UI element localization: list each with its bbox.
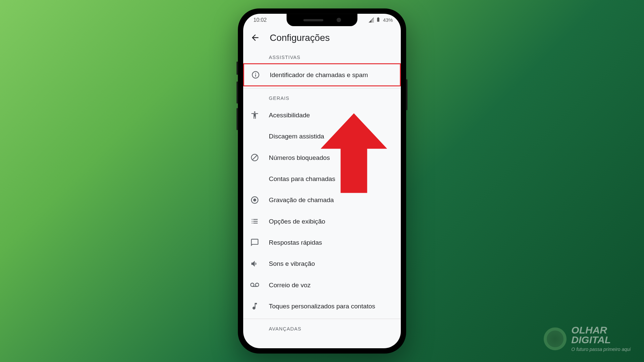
side-button [236, 62, 238, 75]
divider [243, 88, 401, 88]
settings-item-label: Números bloqueados [269, 154, 330, 161]
brand-name-line1: OLHAR [571, 325, 631, 335]
settings-item-label: Identificador de chamadas e spam [270, 71, 368, 78]
page-title: Configurações [270, 32, 330, 43]
signal-icon [368, 17, 374, 23]
settings-item-label: Discagem assistida [269, 133, 324, 140]
settings-item-label: Toques personalizados para contatos [269, 303, 375, 310]
settings-item-sounds-vibration[interactable]: Sons e vibração [243, 253, 401, 274]
notch-speaker [303, 19, 323, 21]
message-icon [250, 238, 259, 247]
svg-point-1 [253, 198, 256, 201]
settings-item-custom-ringtones[interactable]: Toques personalizados para contatos [243, 296, 401, 317]
settings-item-label: Opções de exibição [269, 218, 325, 225]
brand-tagline: O futuro passa primeiro aqui [571, 347, 631, 352]
record-icon [250, 196, 259, 204]
notch-camera [336, 18, 341, 22]
settings-item-caller-id[interactable]: Identificador de chamadas e spam [243, 63, 401, 86]
block-icon [250, 153, 259, 162]
status-battery: 43% [383, 17, 393, 23]
divider [243, 319, 401, 319]
info-icon [251, 70, 260, 79]
brand-text: OLHAR DIGITAL O futuro passa primeiro aq… [571, 325, 631, 352]
brand-name-line2: DIGITAL [571, 335, 631, 345]
header: Configurações [243, 26, 401, 49]
brand-logo-icon [544, 327, 567, 350]
settings-item-voicemail[interactable]: Correio de voz [243, 275, 401, 296]
settings-item-label: Contas para chamadas [269, 175, 335, 182]
scale-wrapper: 10:02 43% Configurações ASSISTIVAS [238, 8, 406, 354]
music-icon [250, 302, 259, 310]
section-header-avancadas: AVANÇADAS [243, 321, 401, 335]
section-header-assistivas: ASSISTIVAS [243, 49, 401, 63]
side-button [406, 79, 408, 110]
phone-frame: 10:02 43% Configurações ASSISTIVAS [238, 8, 406, 354]
section-header-gerais: GERAIS [243, 90, 401, 104]
list-icon [250, 217, 259, 226]
brand-watermark: OLHAR DIGITAL O futuro passa primeiro aq… [544, 325, 631, 352]
side-button [236, 81, 238, 104]
settings-item-assisted-dialing[interactable]: Discagem assistida [243, 126, 401, 147]
side-button [236, 108, 238, 130]
notch [286, 14, 357, 26]
settings-item-label: Correio de voz [269, 282, 311, 289]
settings-item-call-recording[interactable]: Gravação de chamada [243, 189, 401, 210]
sound-icon [250, 259, 259, 268]
battery-icon [376, 17, 382, 23]
settings-item-blocked-numbers[interactable]: Números bloqueados [243, 147, 401, 168]
settings-item-call-accounts[interactable]: Contas para chamadas [243, 168, 401, 189]
settings-item-label: Respostas rápidas [269, 239, 322, 246]
voicemail-icon [250, 281, 259, 289]
settings-item-accessibility[interactable]: Acessibilidade [243, 105, 401, 126]
settings-item-quick-responses[interactable]: Respostas rápidas [243, 232, 401, 253]
status-right: 43% [368, 17, 393, 23]
settings-item-label: Sons e vibração [269, 260, 315, 267]
phone-screen: 10:02 43% Configurações ASSISTIVAS [243, 14, 401, 348]
status-time: 10:02 [251, 17, 267, 23]
settings-item-label: Gravação de chamada [269, 196, 334, 203]
accessibility-icon [250, 111, 259, 119]
back-button[interactable] [250, 33, 260, 43]
settings-item-display-options[interactable]: Opções de exibição [243, 210, 401, 232]
settings-item-label: Acessibilidade [269, 112, 310, 119]
